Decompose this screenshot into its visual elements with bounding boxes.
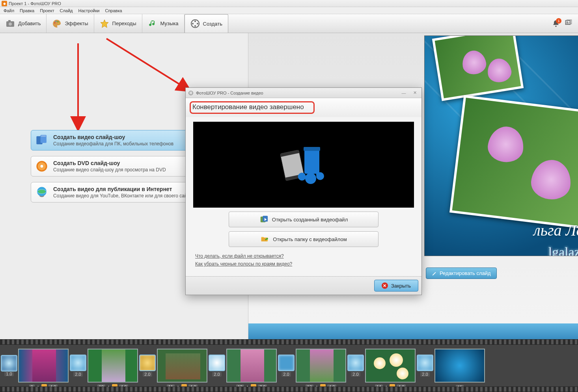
edit-icon[interactable]: [181, 384, 187, 386]
svg-line-17: [106, 39, 185, 88]
timeline-slide-13[interactable]: 13✦4.0: [296, 349, 346, 383]
svg-point-23: [41, 165, 43, 168]
dialog-minimize-button[interactable]: —: [399, 90, 408, 96]
star-icon: ✦: [384, 385, 388, 387]
tab-music-label: Музыка: [160, 20, 179, 26]
open-folder-button[interactable]: Открыть папку с видеофайлом: [229, 231, 378, 247]
help-link-file-not-open[interactable]: Что делать, если файл не открывается?: [195, 253, 412, 259]
dialog-heading-highlight: Конвертирование видео завершено: [190, 101, 315, 114]
svg-point-28: [192, 93, 192, 93]
annotation-arrow-2: [106, 39, 193, 95]
dialog-close-button[interactable]: ✕ Закрыть: [374, 280, 418, 292]
edit-icon[interactable]: [251, 384, 256, 386]
export-web-sub: Создание видео для YouTube, ВКонтакте ил…: [53, 193, 192, 199]
transition-icon[interactable]: [347, 355, 364, 371]
film-strip-top: [0, 339, 578, 345]
transition-icon[interactable]: [417, 355, 433, 371]
export-dvd-title: Создать DVD слайд-шоу: [53, 160, 166, 166]
edit-icon[interactable]: [41, 384, 47, 386]
window-titlebar: ◆ Проект 1 - ФотоШОУ PRO: [0, 0, 578, 7]
transition-duration: 2.0: [212, 372, 221, 377]
menu-help[interactable]: Справка: [102, 8, 125, 13]
svg-point-15: [567, 22, 568, 23]
transition-icon[interactable]: [209, 355, 225, 371]
timeline-slide-14[interactable]: 14✦4.0: [365, 349, 416, 383]
dialog-heading: Конвертирование видео завершено: [192, 103, 304, 111]
transition-duration: 2.0: [420, 372, 429, 377]
star-icon: ✦: [36, 385, 40, 387]
tab-music[interactable]: Музыка: [142, 14, 185, 33]
gallery-icon[interactable]: [565, 19, 572, 28]
edit-slide-label: Редактировать слайд: [440, 270, 491, 276]
watermark-name: льга Лазаре: [533, 221, 578, 240]
svg-point-4: [56, 20, 57, 22]
transition-duration: 2.0: [351, 372, 360, 377]
tab-create[interactable]: Создать: [185, 14, 228, 33]
menu-bar: Файл Правка Проект Слайд Настройки Справ…: [0, 7, 578, 14]
tab-transitions-label: Переходы: [112, 20, 136, 26]
svg-point-10: [194, 25, 196, 27]
open-file-label: Открыть созданный видеофайл: [272, 217, 348, 223]
window-title: Проект 1 - ФотоШОУ PRO: [9, 1, 61, 6]
dialog-titlebar[interactable]: ФотоШОУ PRO - Создание видео — ✕: [186, 88, 421, 98]
transition-icon[interactable]: [139, 355, 156, 371]
menu-file[interactable]: Файл: [1, 8, 17, 13]
timeline: 1.0 9✦4.0 2.0 10✦4.0 2.0: [0, 339, 578, 392]
timeline-slide-9[interactable]: 9✦4.0: [18, 349, 69, 383]
svg-point-1: [9, 22, 12, 26]
pencil-icon: [432, 271, 437, 276]
tab-transitions[interactable]: Переходы: [94, 14, 142, 33]
conversion-complete-dialog: ФотоШОУ PRO - Создание видео — ✕ Конверт…: [185, 87, 422, 295]
main-toolbar: Добавить Эффекты Переходы Музыка Создать…: [0, 14, 578, 33]
dialog-close-x-button[interactable]: ✕: [410, 90, 419, 96]
transition-duration: 2.0: [143, 372, 152, 377]
edit-icon[interactable]: [320, 384, 326, 386]
menu-project[interactable]: Проект: [37, 8, 57, 13]
app-icon: ◆: [2, 1, 7, 6]
timeline-track[interactable]: 1.0 9✦4.0 2.0 10✦4.0 2.0: [0, 345, 578, 386]
annotation-arrow-1: [71, 43, 87, 131]
tab-add-label: Добавить: [18, 20, 41, 26]
export-web-title: Создать видео для публикации в Интернет: [53, 186, 192, 192]
svg-point-37: [305, 173, 316, 184]
film-clip-icon: [35, 134, 48, 147]
transition-duration: 2.0: [282, 372, 291, 377]
star-icon: [100, 19, 109, 28]
star-icon: ✦: [246, 385, 249, 387]
tab-effects[interactable]: Эффекты: [47, 14, 94, 33]
svg-point-11: [192, 23, 194, 24]
open-folder-label: Открыть папку с видеофайлом: [273, 236, 347, 242]
folder-icon: [260, 235, 269, 243]
dialog-title: ФотоШОУ PRO - Создание видео: [196, 91, 263, 95]
transition-duration: 2.0: [73, 372, 82, 377]
camera-icon: [6, 19, 15, 28]
transition-icon[interactable]: [278, 355, 295, 371]
menu-edit[interactable]: Правка: [17, 8, 37, 13]
close-label: Закрыть: [391, 283, 411, 289]
open-created-file-button[interactable]: Открыть созданный видеофайл: [229, 212, 378, 227]
svg-rect-36: [304, 147, 320, 151]
svg-point-39: [316, 172, 324, 180]
tab-add[interactable]: Добавить: [0, 14, 47, 33]
timeline-slide-15[interactable]: 15: [434, 349, 485, 383]
edit-icon[interactable]: [112, 384, 117, 386]
svg-point-27: [190, 91, 191, 92]
svg-point-8: [194, 20, 196, 22]
star-icon: ✦: [176, 385, 180, 387]
menu-settings[interactable]: Настройки: [76, 8, 103, 13]
close-icon: ✕: [382, 282, 388, 289]
timeline-slide-12[interactable]: 12✦7.0: [226, 349, 277, 383]
star-icon: ✦: [107, 385, 110, 387]
timeline-slide-11[interactable]: 11✦4.0: [157, 349, 207, 383]
edit-slide-button[interactable]: Редактировать слайд: [426, 268, 497, 279]
notification-bell-icon[interactable]: 1: [552, 20, 560, 28]
dvd-icon: [35, 160, 48, 173]
transition-icon[interactable]: [70, 355, 86, 371]
menu-slide[interactable]: Слайд: [57, 8, 75, 13]
film-play-icon: [259, 215, 268, 224]
watermark-nick: lgalazarevic: [548, 245, 578, 256]
edit-icon[interactable]: [390, 384, 395, 386]
help-link-black-bars[interactable]: Как убрать черные полосы по краям видео?: [195, 261, 412, 267]
timeline-slide-10[interactable]: 10✦4.0: [88, 349, 138, 383]
transition-icon[interactable]: [1, 355, 17, 372]
